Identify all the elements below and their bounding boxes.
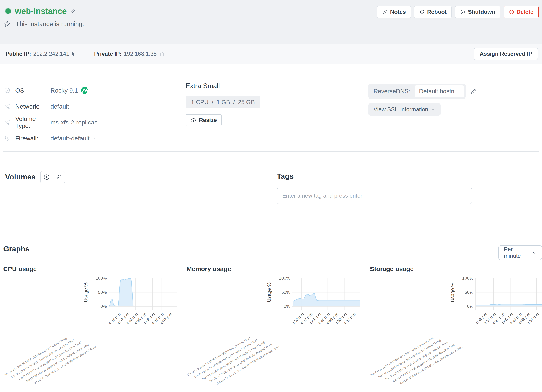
chart-title: Memory usage	[186, 265, 368, 273]
ram-spec: 1 GB	[216, 99, 230, 106]
firewall-select[interactable]: default-default	[50, 135, 97, 142]
network-icon	[4, 103, 11, 110]
link-icon	[56, 174, 62, 180]
shutdown-button[interactable]: Shutdown	[455, 6, 500, 18]
cloud-upload-icon	[191, 117, 196, 123]
os-row: OS: Rocky 9.1	[4, 85, 98, 96]
plus-circle-icon	[43, 174, 50, 181]
x-axis-date-labels: Tue Oct 22 2024 16:32:58 GMT+0530 (India…	[3, 335, 184, 390]
shutdown-label: Shutdown	[468, 9, 495, 15]
cpu-usage-chart: 0%50%100%4:33 p.m.4:37 p.m.4:41 p.m.4:45…	[76, 274, 182, 336]
instance-header: web-instance This instance is running. N…	[0, 0, 542, 43]
svg-text:0%: 0%	[284, 304, 290, 309]
private-ip-group: Private IP: 192.168.1.35	[94, 51, 164, 57]
public-ip-label: Public IP:	[5, 51, 31, 57]
public-ip-value: 212.2.242.141	[33, 51, 69, 57]
svg-text:Usage %: Usage %	[266, 282, 272, 302]
cpu-spec: 1 CPU	[191, 99, 209, 106]
status-row: This instance is running.	[4, 20, 84, 27]
chart-title: Storage usage	[369, 265, 542, 273]
svg-text:100%: 100%	[279, 276, 290, 281]
section-divider	[3, 151, 539, 152]
volume-type-row: Volume Type: ms-xfs-2-replicas	[4, 117, 98, 127]
volumes-section-title: Volumes	[5, 173, 36, 181]
disk-spec: 25 GB	[238, 99, 255, 106]
public-ip-group: Public IP: 212.2.242.141	[5, 51, 77, 57]
svg-text:Usage %: Usage %	[450, 282, 455, 302]
spec-separator: /	[233, 99, 235, 106]
reverse-dns-row: ReverseDNS: Default hostn...	[369, 84, 477, 99]
shutdown-icon	[460, 9, 466, 15]
graph-interval-select[interactable]: Per minute	[499, 245, 542, 260]
reboot-button[interactable]: Reboot	[414, 6, 452, 18]
edit-reverse-dns-pencil-icon[interactable]	[470, 88, 477, 95]
header-actions: Notes Reboot Shutdown Delete	[377, 6, 539, 18]
reboot-label: Reboot	[427, 9, 446, 15]
reverse-dns-value: Default hostn...	[415, 85, 464, 97]
private-ip-label: Private IP:	[94, 51, 122, 57]
favorite-star-icon[interactable]	[4, 20, 11, 27]
memory-usage-chart-panel: Memory usage 0%50%100%4:33 p.m.4:37 p.m.…	[186, 265, 368, 392]
details-list: OS: Rocky 9.1 Network: default Volume Ty…	[4, 85, 98, 143]
tags-section-title: Tags	[277, 172, 294, 181]
volume-type-icon	[4, 119, 11, 126]
delete-label: Delete	[517, 9, 533, 15]
firewall-shield-icon	[4, 135, 11, 142]
dns-ssh-panel: ReverseDNS: Default hostn... View SSH in…	[369, 84, 477, 116]
svg-text:50%: 50%	[281, 290, 290, 295]
status-message: This instance is running.	[16, 20, 84, 27]
size-specs-pill: 1 CPU / 1 GB / 25 GB	[185, 96, 260, 108]
x-axis-date-labels: Tue Oct 22 2024 16:32:58 GMT+0530 (India…	[369, 335, 542, 390]
attach-volume-button[interactable]	[53, 171, 65, 183]
page-title: web-instance	[15, 6, 67, 16]
memory-usage-chart: 0%50%100%4:33 p.m.4:37 p.m.4:41 p.m.4:45…	[260, 274, 365, 336]
add-volume-button[interactable]	[41, 171, 53, 183]
spec-separator: /	[212, 99, 213, 106]
svg-text:50%: 50%	[98, 290, 107, 295]
edit-name-pencil-icon[interactable]	[70, 8, 76, 14]
tag-input[interactable]	[277, 188, 472, 204]
firewall-label: Firewall:	[15, 135, 50, 142]
resize-label: Resize	[199, 117, 217, 124]
reverse-dns-pill: ReverseDNS: Default hostn...	[369, 84, 466, 99]
os-label: OS:	[15, 87, 50, 94]
delete-circle-x-icon	[509, 9, 514, 15]
chevron-down-icon	[532, 250, 537, 255]
os-value-text: Rocky 9.1	[50, 87, 78, 94]
copy-public-ip-icon[interactable]	[71, 51, 77, 57]
pencil-icon	[382, 9, 388, 15]
notes-button[interactable]: Notes	[377, 6, 411, 18]
delete-button[interactable]: Delete	[504, 6, 539, 18]
svg-text:50%: 50%	[465, 290, 473, 295]
firewall-row: Firewall: default-default	[4, 133, 98, 143]
notes-label: Notes	[390, 9, 406, 15]
chart-title: CPU usage	[3, 265, 184, 273]
x-axis-date-labels: Tue Oct 22 2024 16:32:58 GMT+0530 (India…	[186, 335, 368, 390]
graphs-section-title: Graphs	[3, 245, 29, 253]
svg-text:100%: 100%	[96, 276, 107, 281]
chevron-down-icon	[92, 136, 97, 141]
svg-text:0%: 0%	[467, 304, 473, 309]
resize-button[interactable]: Resize	[185, 114, 222, 126]
os-value: Rocky 9.1	[50, 86, 88, 94]
status-dot-icon	[5, 8, 11, 14]
svg-text:Usage %: Usage %	[83, 282, 89, 302]
ip-bar: Public IP: 212.2.242.141 Private IP: 192…	[0, 43, 542, 64]
title-row: web-instance	[5, 6, 76, 16]
instance-page: web-instance This instance is running. N…	[0, 0, 542, 392]
private-ip-value: 192.168.1.35	[124, 51, 157, 57]
rocky-linux-logo	[81, 86, 88, 94]
view-ssh-information-button[interactable]: View SSH information	[369, 103, 440, 116]
volume-type-value: ms-xfs-2-replicas	[50, 119, 98, 126]
network-value: default	[50, 103, 69, 110]
os-icon	[4, 87, 11, 94]
cpu-usage-chart-panel: CPU usage 0%50%100%4:33 p.m.4:37 p.m.4:4…	[3, 265, 184, 392]
ssh-button-label: View SSH information	[374, 106, 428, 113]
copy-private-ip-icon[interactable]	[159, 51, 164, 57]
section-divider	[3, 226, 539, 226]
svg-text:100%: 100%	[462, 276, 473, 281]
graph-interval-label: Per minute	[504, 246, 529, 259]
network-row: Network: default	[4, 101, 98, 111]
assign-reserved-ip-button[interactable]: Assign Reserved IP	[474, 48, 538, 60]
network-label: Network:	[15, 103, 50, 110]
